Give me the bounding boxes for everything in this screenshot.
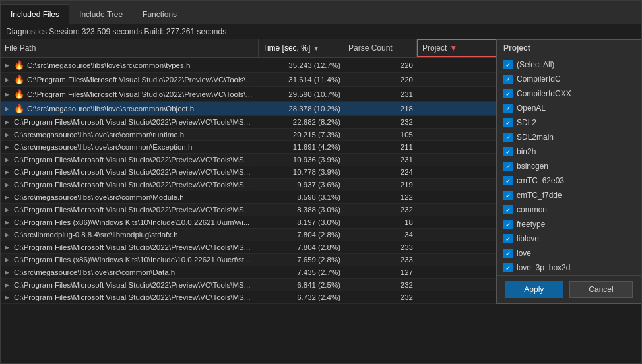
expand-arrow-icon[interactable]: ▶ [5, 169, 11, 175]
expand-arrow-icon[interactable]: ▶ [5, 194, 11, 200]
cell-file-path: ▶C:\Program Files\Microsoft Visual Studi… [1, 279, 259, 291]
cell-time: 29.590 (10.7%) [259, 88, 344, 100]
sort-arrow-icon: ▼ [313, 45, 319, 52]
expand-arrow-icon[interactable]: ▶ [5, 181, 11, 188]
expand-arrow-icon[interactable]: ▶ [5, 231, 11, 238]
cell-project [417, 170, 509, 174]
expand-arrow-icon[interactable]: ▶ [5, 131, 11, 138]
cell-parse-count: 232 [344, 116, 417, 128]
dropdown-item[interactable]: ✓cmTC_62e03 [497, 173, 641, 188]
expand-arrow-icon[interactable]: ▶ [5, 282, 11, 288]
col-header-project[interactable]: Project ▼ [417, 39, 509, 57]
cell-time: 7.804 (2.8%) [259, 229, 344, 241]
file-path-text: C:\Program Files\Microsoft Visual Studio… [14, 206, 250, 214]
dropdown-checkbox[interactable]: ✓ [503, 162, 513, 171]
cell-file-path: ▶C:\Program Files\Microsoft Visual Studi… [1, 154, 259, 166]
expand-arrow-icon[interactable]: ▶ [5, 294, 11, 301]
dropdown-item[interactable]: ✓SDL2 [497, 115, 641, 130]
dropdown-checkbox[interactable]: ✓ [503, 133, 513, 142]
dropdown-item[interactable]: ✓SDL2main [497, 130, 641, 144]
cell-time: 10.936 (3.9%) [259, 154, 344, 166]
cell-project [417, 92, 509, 96]
dropdown-item[interactable]: ✓CompilerIdCXX [497, 86, 641, 101]
dropdown-checkbox[interactable]: ✓ [503, 234, 513, 243]
dropdown-checkbox[interactable]: ✓ [503, 220, 513, 229]
expand-arrow-icon[interactable]: ▶ [5, 76, 11, 83]
dropdown-item[interactable]: ✓cmTC_f7dde [497, 188, 641, 202]
dropdown-checkbox[interactable]: ✓ [503, 147, 513, 156]
file-path-text: C:\Program Files\Microsoft Visual Studio… [27, 76, 252, 84]
col-header-parse-count[interactable]: Parse Count [344, 39, 417, 57]
cancel-button[interactable]: Cancel [569, 281, 632, 298]
dropdown-item[interactable]: ✓(Select All) [497, 57, 641, 72]
cell-project [417, 63, 509, 67]
dropdown-item[interactable]: ✓love [497, 246, 641, 260]
cell-parse-count: 219 [344, 179, 417, 191]
dropdown-item[interactable]: ✓OpenAL [497, 101, 641, 115]
dropdown-item-label: love [517, 249, 531, 258]
dropdown-checkbox[interactable]: ✓ [503, 205, 513, 214]
expand-arrow-icon[interactable]: ▶ [5, 244, 11, 251]
dropdown-item[interactable]: ✓bsincgen [497, 159, 641, 173]
cell-time: 6.732 (2.4%) [259, 291, 344, 303]
cell-project [417, 295, 509, 299]
file-path-text: C:\Program Files (x86)\Windows Kits\10\I… [14, 256, 251, 264]
cell-parse-count: 18 [344, 216, 417, 228]
dropdown-checkbox[interactable]: ✓ [503, 104, 513, 113]
dropdown-list[interactable]: ✓(Select All)✓CompilerIdC✓CompilerIdCXX✓… [497, 57, 641, 275]
col-label-project: Project [422, 44, 447, 53]
file-path-text: C:\src\megasource\libs\love\src\common\O… [27, 105, 194, 113]
cell-time: 20.215 (7.3%) [259, 129, 344, 140]
dropdown-item[interactable]: ✓bin2h [497, 144, 641, 159]
cell-project [417, 208, 509, 212]
expand-arrow-icon[interactable]: ▶ [5, 91, 11, 98]
apply-button[interactable]: Apply [505, 281, 563, 298]
cell-parse-count: 232 [344, 291, 417, 303]
dropdown-checkbox[interactable]: ✓ [503, 176, 513, 185]
dropdown-item[interactable]: ✓CompilerIdC [497, 72, 641, 86]
dropdown-checkbox[interactable]: ✓ [503, 89, 513, 98]
expand-arrow-icon[interactable]: ▶ [5, 156, 11, 163]
dropdown-item-label: cmTC_62e03 [517, 176, 564, 185]
cell-project [417, 78, 509, 82]
cell-time: 31.614 (11.4%) [259, 74, 344, 86]
dropdown-item[interactable]: ✓common [497, 202, 641, 217]
project-dropdown: Project ✓(Select All)✓CompilerIdC✓Compil… [496, 39, 641, 304]
expand-arrow-icon[interactable]: ▶ [5, 144, 11, 150]
dropdown-item[interactable]: ✓freetype [497, 217, 641, 231]
dropdown-checkbox[interactable]: ✓ [503, 191, 513, 200]
file-path-text: C:\src\libmodplug-0.8.8.4\src\libmodplug… [14, 231, 178, 239]
cell-time: 8.598 (3.1%) [259, 191, 344, 203]
cell-parse-count: 232 [344, 279, 417, 291]
filter-icon: ▼ [449, 44, 457, 53]
cell-project [417, 270, 509, 274]
dropdown-checkbox[interactable]: ✓ [503, 263, 513, 272]
cell-project [417, 183, 509, 187]
cell-project [417, 133, 509, 136]
col-header-file-path[interactable]: File Path [1, 39, 259, 57]
tab-bar: Included Files Include Tree Functions [1, 1, 641, 24]
cell-parse-count: 233 [344, 241, 417, 253]
tab-functions[interactable]: Functions [133, 4, 187, 24]
cell-file-path: ▶C:\src\libmodplug-0.8.8.4\src\libmodplu… [1, 229, 259, 241]
expand-arrow-icon[interactable]: ▶ [5, 269, 11, 276]
expand-arrow-icon[interactable]: ▶ [5, 106, 11, 112]
cell-parse-count: 232 [344, 204, 417, 216]
expand-arrow-icon[interactable]: ▶ [5, 257, 11, 263]
tab-include-tree[interactable]: Include Tree [69, 4, 133, 24]
dropdown-checkbox[interactable]: ✓ [503, 118, 513, 127]
expand-arrow-icon[interactable]: ▶ [5, 119, 11, 125]
cell-file-path: ▶C:\Program Files\Microsoft Visual Studi… [1, 166, 259, 178]
expand-arrow-icon[interactable]: ▶ [5, 206, 11, 213]
dropdown-checkbox[interactable]: ✓ [503, 249, 513, 258]
dropdown-checkbox[interactable]: ✓ [503, 75, 513, 84]
file-path-text: C:\src\megasource\libs\love\src\common\D… [14, 268, 175, 276]
expand-arrow-icon[interactable]: ▶ [5, 62, 11, 69]
tab-included-files[interactable]: Included Files [1, 4, 69, 24]
dropdown-checkbox[interactable]: ✓ [503, 60, 513, 69]
dropdown-item[interactable]: ✓liblove [497, 231, 641, 246]
dropdown-item[interactable]: ✓love_3p_box2d [497, 260, 641, 275]
col-header-time[interactable]: Time [sec, %] ▼ [259, 39, 344, 57]
expand-arrow-icon[interactable]: ▶ [5, 219, 11, 226]
cell-file-path: ▶C:\src\megasource\libs\love\src\common\… [1, 266, 259, 278]
